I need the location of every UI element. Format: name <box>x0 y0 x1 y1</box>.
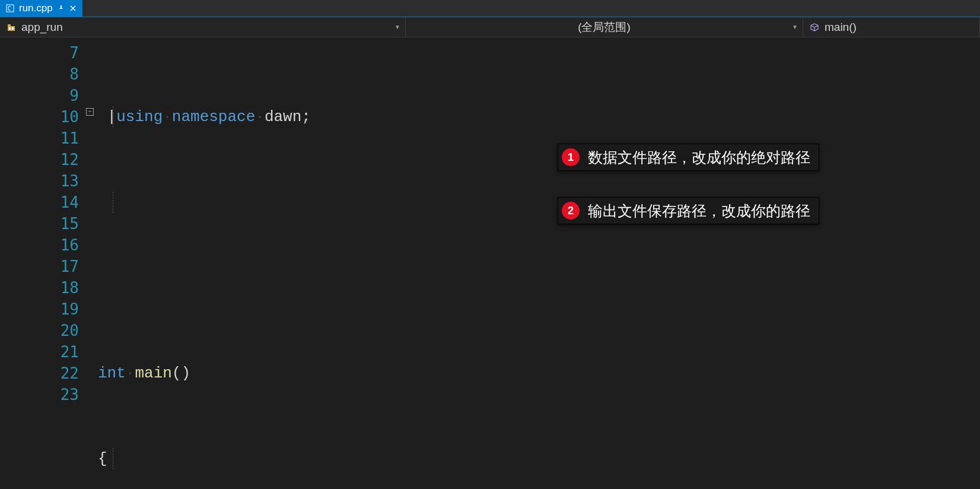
line-number: 22 <box>0 363 79 384</box>
svg-rect-4 <box>12 27 14 30</box>
pin-icon[interactable] <box>58 5 65 12</box>
line-number: 15 <box>0 213 79 234</box>
code-editor[interactable]: 7 8 9 10 11 12 13 14 15 16 17 18 19 20 2… <box>0 37 980 489</box>
chevron-down-icon: ▼ <box>792 24 798 30</box>
navigation-bar: app_run ▼ (全局范围) ▼ main() <box>0 17 980 37</box>
line-number: 23 <box>0 384 79 405</box>
fold-toggle[interactable]: − <box>86 108 94 116</box>
scope-label: (全局范围) <box>578 20 631 35</box>
line-number: 9 <box>0 85 79 106</box>
annotation-text: 输出文件保存路径，改成你的路径 <box>588 200 810 221</box>
project-selector[interactable]: app_run ▼ <box>0 17 406 37</box>
chevron-down-icon: ▼ <box>394 24 400 30</box>
line-number: 13 <box>0 170 79 192</box>
annotation-1: 1 数据文件路径，改成你的绝对路径 <box>558 144 819 171</box>
line-number: 10 <box>0 106 79 128</box>
line-number: 17 <box>0 256 79 277</box>
svg-rect-3 <box>9 27 11 30</box>
svg-rect-0 <box>7 5 14 12</box>
line-number: 19 <box>0 299 79 320</box>
annotation-text: 数据文件路径，改成你的绝对路径 <box>588 147 810 168</box>
line-number: 11 <box>0 128 79 149</box>
line-number: 7 <box>0 42 79 63</box>
project-name: app_run <box>21 21 63 34</box>
svg-rect-1 <box>8 26 15 31</box>
cpp-file-icon <box>6 4 14 12</box>
function-name: main() <box>825 21 857 34</box>
file-tab[interactable]: run.cpp <box>0 0 82 17</box>
line-number: 21 <box>0 341 79 363</box>
close-icon[interactable] <box>69 5 77 12</box>
line-number: 12 <box>0 149 79 170</box>
line-number: 18 <box>0 277 79 299</box>
line-number: 8 <box>0 63 79 85</box>
project-icon <box>6 22 17 33</box>
svg-rect-2 <box>8 24 11 26</box>
line-number: 14 <box>0 192 79 213</box>
scope-selector[interactable]: (全局范围) ▼ <box>406 17 803 37</box>
line-number: 16 <box>0 234 79 256</box>
line-number-gutter: 7 8 9 10 11 12 13 14 15 16 17 18 19 20 2… <box>0 37 86 489</box>
annotation-badge: 1 <box>562 148 580 166</box>
code-area[interactable]: |using·namespace·dawn; int·main() { ····… <box>98 37 980 489</box>
tab-filename: run.cpp <box>19 2 53 14</box>
function-selector[interactable]: main() <box>803 17 980 37</box>
annotation-2: 2 输出文件保存路径，改成你的路径 <box>558 197 819 224</box>
method-icon <box>809 22 820 33</box>
line-number: 20 <box>0 320 79 341</box>
annotation-badge: 2 <box>562 202 580 220</box>
tab-bar: run.cpp <box>0 0 980 17</box>
fold-column: − <box>86 37 98 489</box>
